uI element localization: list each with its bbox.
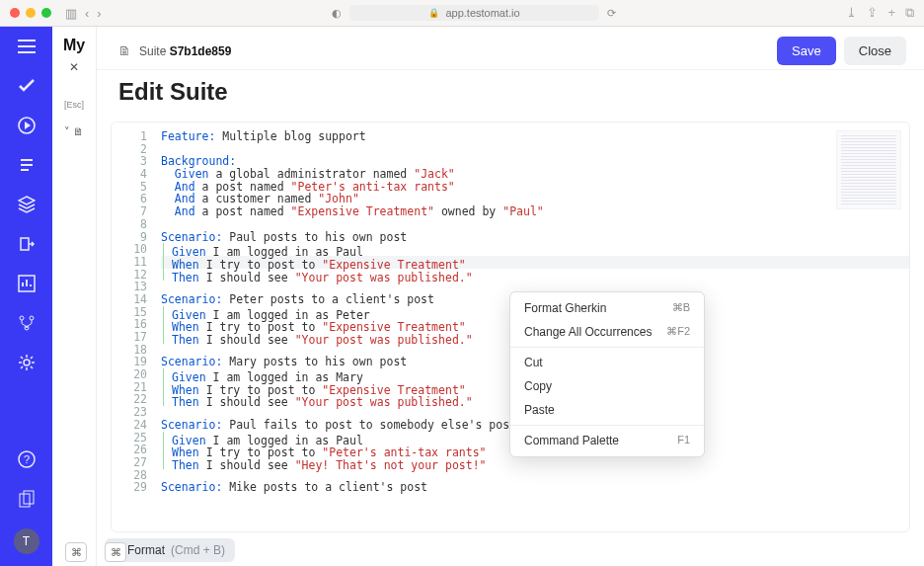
forward-icon[interactable]: › xyxy=(97,6,101,21)
code-line[interactable]: Scenario: Mike posts to a client's post xyxy=(161,481,909,494)
editor-footer: ≡ Format (Cmd + B) xyxy=(97,532,924,566)
context-menu-item[interactable]: Change All Occurrences⌘F2 xyxy=(510,320,704,344)
code-line[interactable]: When I try to post to "Expensive Treatme… xyxy=(161,256,909,269)
minimap[interactable] xyxy=(836,130,901,209)
gear-icon[interactable] xyxy=(17,353,37,372)
browser-chrome: ▥ ‹ › ◐ 🔒 app.testomat.io ⟳ ⤓ ⇪ + ⧉ xyxy=(0,0,924,27)
code-line[interactable]: Feature: Multiple blog support xyxy=(161,130,909,143)
code-line[interactable]: Then I should see "Your post was publish… xyxy=(161,269,909,282)
narrow-column: My ✕ [Esc] ˅ 🗎 xyxy=(52,27,97,566)
sidebar-toggle-icon[interactable]: ▥ xyxy=(65,6,77,21)
code-line[interactable]: Given I am logged in as Paul xyxy=(161,243,909,256)
check-icon[interactable] xyxy=(17,76,37,96)
analytics-icon[interactable] xyxy=(17,274,37,293)
context-menu-item[interactable]: Command PaletteF1 xyxy=(510,429,704,452)
svg-point-2 xyxy=(20,316,24,320)
import-icon[interactable] xyxy=(17,234,37,254)
svg-point-5 xyxy=(24,360,30,365)
shield-icon: ◐ xyxy=(332,7,342,20)
code-line[interactable]: Then I should see "Hey! That's not your … xyxy=(161,456,909,469)
address-bar[interactable]: 🔒 app.testomat.io xyxy=(349,5,598,21)
breadcrumb: Suite S7b1de859 xyxy=(139,44,231,58)
svg-rect-8 xyxy=(20,494,30,507)
context-menu-item[interactable]: Format Gherkin⌘B xyxy=(510,296,704,320)
code-line[interactable]: Given a global administrator named "Jack… xyxy=(161,168,909,181)
app-sidebar: ? T xyxy=(0,27,52,566)
new-tab-icon[interactable]: + xyxy=(887,5,895,21)
traffic-light-min-icon[interactable] xyxy=(26,8,36,18)
layers-icon[interactable] xyxy=(17,195,37,214)
suite-header: 🗎 Suite S7b1de859 Save Close xyxy=(97,27,924,70)
share-icon[interactable]: ⇪ xyxy=(867,5,878,21)
line-gutter: 1234567891011121314151617181920212223242… xyxy=(112,122,155,531)
esc-hint: [Esc] xyxy=(52,100,96,110)
code-line[interactable] xyxy=(161,218,909,231)
back-icon[interactable]: ‹ xyxy=(85,6,89,21)
tabs-icon[interactable]: ⧉ xyxy=(905,5,914,21)
lock-icon: 🔒 xyxy=(428,8,439,18)
context-menu-item[interactable]: Cut xyxy=(510,351,704,374)
traffic-light-close-icon[interactable] xyxy=(10,8,20,18)
save-button[interactable]: Save xyxy=(777,37,836,65)
kbd-cmd-icon: ⌘ xyxy=(105,542,126,562)
branch-icon[interactable] xyxy=(17,313,37,333)
play-circle-icon[interactable] xyxy=(17,116,37,135)
help-icon[interactable]: ? xyxy=(17,449,37,469)
reload-icon[interactable]: ⟳ xyxy=(607,7,616,20)
list-icon[interactable] xyxy=(17,155,37,175)
code-line[interactable] xyxy=(161,143,909,156)
kbd-hints: ⌘ ⌘ xyxy=(65,542,126,562)
copy-icon[interactable] xyxy=(17,489,37,509)
svg-text:?: ? xyxy=(23,453,29,465)
close-button[interactable]: Close xyxy=(844,37,906,65)
page-title: Edit Suite xyxy=(97,70,924,118)
close-icon[interactable]: ✕ xyxy=(52,60,96,74)
tree-toggle[interactable]: ˅ 🗎 xyxy=(52,125,96,138)
context-menu-item[interactable]: Copy xyxy=(510,374,704,398)
svg-rect-9 xyxy=(24,491,34,504)
address-text: app.testomat.io xyxy=(445,7,519,19)
brand-truncated: My xyxy=(52,37,96,54)
avatar[interactable]: T xyxy=(14,528,39,554)
traffic-light-max-icon[interactable] xyxy=(41,8,51,18)
context-menu-item[interactable]: Paste xyxy=(510,398,704,422)
code-line[interactable]: And a post named "Expensive Treatment" o… xyxy=(161,205,909,218)
context-menu: Format Gherkin⌘BChange All Occurrences⌘F… xyxy=(509,291,705,457)
download-icon[interactable]: ⤓ xyxy=(846,5,857,21)
kbd-cmd-icon: ⌘ xyxy=(65,542,87,562)
code-line[interactable]: Scenario: Paul posts to his own post xyxy=(161,231,909,244)
file-icon: 🗎 xyxy=(118,43,131,58)
svg-point-3 xyxy=(30,316,34,320)
menu-icon[interactable] xyxy=(17,37,37,56)
